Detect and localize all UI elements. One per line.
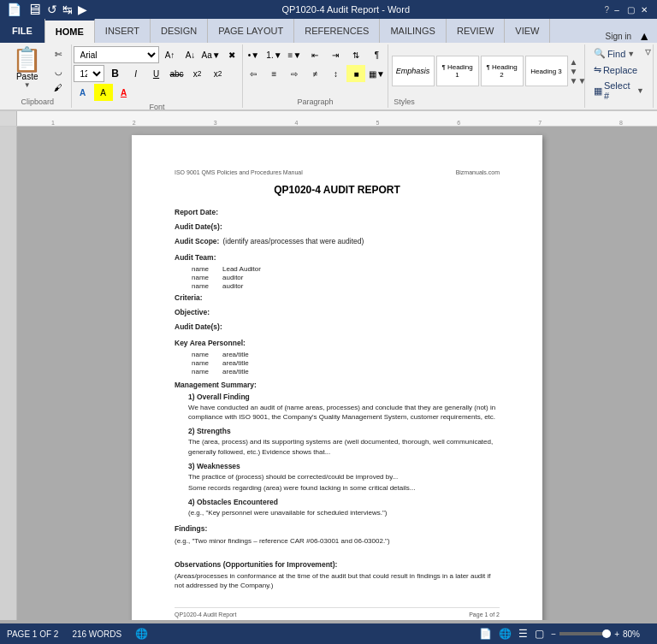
align-center-button[interactable]: ≡	[264, 65, 283, 82]
shading-button[interactable]: ■	[346, 65, 365, 82]
borders-button[interactable]: ▦▼	[367, 65, 386, 82]
report-date-row: Report Date:	[175, 208, 500, 219]
findings-section: Findings: (e.g., "Two minor findings – r…	[175, 524, 500, 546]
findings-label: Findings:	[175, 524, 500, 533]
ruler-side	[0, 111, 17, 126]
view-print-btn[interactable]: 📄	[479, 628, 492, 640]
multilevel-button[interactable]: ≡▼	[285, 46, 304, 63]
italic-button[interactable]: I	[127, 65, 145, 82]
tab-insert[interactable]: INSERT	[95, 19, 151, 43]
management-summary-section: Management Summary: 1) Overall Finding W…	[175, 381, 500, 517]
cut-button[interactable]: ✄	[49, 46, 68, 62]
restore-btn[interactable]: ▢	[624, 3, 636, 15]
bullets-button[interactable]: •▼	[244, 46, 263, 63]
title-bar: 📄 🖥 ↺ ↹ ▶ QP1020-4 Audit Report - Word ?…	[0, 0, 657, 19]
zoom-control[interactable]: − + 80%	[551, 629, 650, 639]
tab-view[interactable]: VIEW	[505, 19, 550, 43]
decrease-indent-button[interactable]: ⇤	[305, 46, 324, 63]
style-heading2-button[interactable]: ¶ Heading 2	[481, 56, 524, 86]
font-size-select[interactable]: 12	[74, 65, 104, 82]
document-page: ISO 9001 QMS Policies and Procedures Man…	[132, 135, 542, 620]
list-item: nameauditor	[192, 282, 500, 290]
subscript-button[interactable]: x2	[188, 65, 207, 82]
paste-button[interactable]: 📋 Paste ▼	[7, 46, 47, 96]
weaknesses-text1: The practice of (process) should be corr…	[188, 472, 500, 482]
editing-expand-btn[interactable]: ▿	[645, 44, 651, 58]
tab-review[interactable]: REVIEW	[447, 19, 505, 43]
audit-scope-row: Audit Scope: (identify areas/processes t…	[175, 237, 500, 248]
change-case-button[interactable]: Aa▼	[202, 46, 221, 63]
replace-button[interactable]: ⇋ Replace	[590, 62, 641, 77]
view-draft-btn[interactable]: ▢	[535, 628, 544, 640]
obstacles-title: 4) Obstacles Encountered	[188, 498, 500, 506]
ribbon-collapse-btn[interactable]: ▲	[638, 29, 650, 43]
style-heading1-button[interactable]: ¶ Heading 1	[436, 56, 479, 86]
strikethrough-button[interactable]: abc	[168, 65, 186, 82]
minimize-btn[interactable]: –	[611, 3, 623, 15]
tab-file[interactable]: FILE	[0, 19, 45, 43]
tab-design[interactable]: DESIGN	[151, 19, 208, 43]
status-right: 📄 🌐 ☰ ▢ − + 80%	[479, 628, 650, 640]
binoculars-icon: 🔍	[594, 48, 606, 59]
report-date-label: Report Date:	[175, 208, 218, 216]
sort-button[interactable]: ⇅	[346, 46, 365, 63]
strengths-section: 2) Strengths The (area, process) and its…	[175, 427, 500, 456]
style-emphasis-button[interactable]: Emphasis	[392, 56, 435, 86]
font-color-button[interactable]: A	[115, 84, 133, 101]
find-button[interactable]: 🔍 Find ▼	[590, 46, 638, 61]
tab-references[interactable]: REFERENCES	[294, 19, 380, 43]
align-left-button[interactable]: ⇦	[244, 65, 263, 82]
font-shrink-button[interactable]: A↓	[181, 46, 200, 63]
style-heading3-button[interactable]: Heading 3	[525, 56, 568, 86]
list-item: namearea/title	[192, 359, 500, 367]
view-web-btn[interactable]: 🌐	[499, 628, 512, 640]
criteria-label: Criteria:	[175, 293, 203, 302]
select-icon: ▦	[594, 86, 602, 97]
view-outline-btn[interactable]: ☰	[518, 628, 528, 640]
strengths-title: 2) Strengths	[188, 427, 500, 435]
list-item: nameauditor	[192, 274, 500, 281]
copy-button[interactable]: ◡	[49, 63, 68, 80]
audit-scope-value: (identify areas/processes that were audi…	[222, 237, 364, 245]
zoom-slider[interactable]	[559, 632, 611, 635]
clipboard-label: Clipboard	[21, 96, 54, 106]
close-btn[interactable]: ✕	[638, 3, 650, 15]
zoom-out-btn[interactable]: −	[551, 629, 556, 639]
align-right-button[interactable]: ⇨	[285, 65, 304, 82]
audit-scope-label: Audit Scope:	[175, 237, 219, 245]
list-item: nameLead Auditor	[192, 265, 500, 273]
numbering-button[interactable]: 1.▼	[264, 46, 283, 63]
tab-home[interactable]: HOME	[45, 19, 95, 43]
document-scroll-area[interactable]: ISO 9001 QMS Policies and Procedures Man…	[17, 127, 657, 620]
superscript-button[interactable]: x2	[209, 65, 228, 82]
sign-in-link[interactable]: Sign in	[606, 32, 632, 41]
findings-text: (e.g., "Two minor findings – reference C…	[175, 536, 500, 546]
tab-mailings[interactable]: MAILINGS	[380, 19, 447, 43]
text-effects-button[interactable]: A	[74, 84, 92, 101]
ruler-area: 12345678	[0, 111, 657, 127]
font-grow-button[interactable]: A↑	[161, 46, 180, 63]
highlight-button[interactable]: A	[94, 84, 113, 101]
language-icon: 🌐	[135, 628, 148, 640]
styles-scroll-buttons[interactable]: ▲ ▼ ▼▼	[570, 57, 582, 86]
increase-indent-button[interactable]: ⇥	[326, 46, 345, 63]
justify-button[interactable]: ≠	[305, 65, 324, 82]
font-label: Font	[150, 101, 165, 111]
ribbon-tab-bar: FILE HOME INSERT DESIGN PAGE LAYOUT REFE…	[0, 19, 657, 43]
font-family-select[interactable]: Arial	[74, 46, 159, 63]
select-button[interactable]: ▦ Select # ▼	[590, 79, 648, 103]
zoom-in-btn[interactable]: +	[614, 629, 619, 639]
zoom-level: 80%	[623, 629, 650, 639]
underline-button[interactable]: U	[147, 65, 166, 82]
ribbon-group-editing: 🔍 Find ▼ ⇋ Replace ▦ Select # ▼ Editing …	[585, 44, 654, 108]
bold-button[interactable]: B	[106, 65, 125, 82]
status-bar: PAGE 1 OF 2 216 WORDS 🌐 📄 🌐 ☰ ▢ − + 80%	[0, 623, 657, 644]
clear-format-button[interactable]: ✖	[222, 46, 241, 63]
show-marks-button[interactable]: ¶	[367, 46, 386, 63]
obstacles-text: (e.g., "Key personnel were unavailable f…	[188, 508, 500, 517]
tab-page-layout[interactable]: PAGE LAYOUT	[208, 19, 294, 43]
list-item: namearea/title	[192, 351, 500, 358]
format-painter-button[interactable]: 🖌	[49, 80, 68, 96]
audit-date-row: Audit Date(s):	[175, 222, 500, 233]
line-spacing-button[interactable]: ↕	[326, 65, 345, 82]
